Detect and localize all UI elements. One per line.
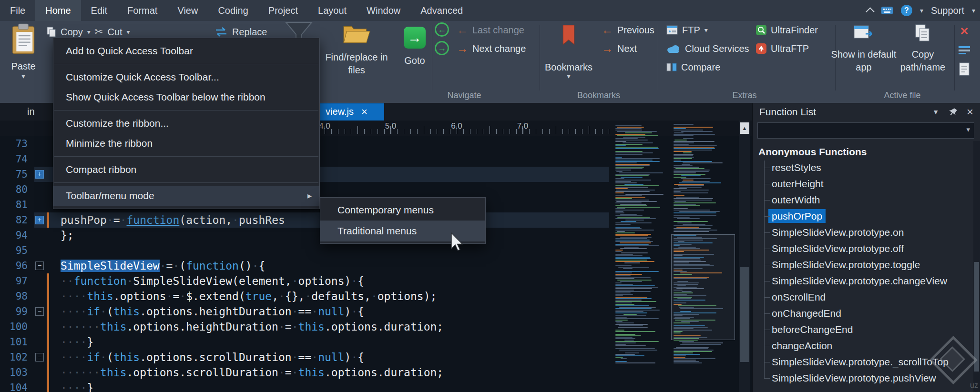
function-list-item[interactable]: onScrollEnd [753,289,980,305]
minimap[interactable] [615,122,735,392]
menubar-item-coding[interactable]: Coding [208,0,258,21]
function-list-item[interactable]: SimpleSlideView.prototype.pushView [753,370,980,386]
code-text[interactable]: ····} [61,334,93,350]
function-list-item[interactable]: resetStyles [753,160,980,176]
tab-partial[interactable]: in [27,103,35,121]
scroll-up-arrow[interactable]: ▲ [740,122,749,134]
caret-down-icon[interactable]: ▾ [972,7,975,14]
menubar-item-advanced[interactable]: Advanced [410,0,473,21]
minimap-line [674,198,713,199]
function-list-item[interactable]: SimpleSlideView.prototype._scrollToTop [753,354,980,370]
prev-change-circle-icon[interactable]: ← [435,22,449,37]
collapse-ribbon-icon[interactable] [866,7,874,16]
minimap-line [674,348,708,349]
context-menu-item[interactable]: Toolbar/menu mode▸ [53,186,319,206]
context-menu-item[interactable]: Minimize the ribbon [53,133,319,153]
ultrafinder-button[interactable]: UltraFinder [756,23,818,37]
next-change-button[interactable]: → Next change [457,41,526,56]
menubar-item-edit[interactable]: Edit [81,0,117,21]
minimap-line [620,214,637,215]
show-in-default-app-button[interactable]: Show in default app [830,22,897,74]
minimap-line [615,230,654,231]
ultraftp-button[interactable]: UltraFTP [756,41,809,56]
function-list-item[interactable]: beforeChangeEnd [753,322,980,338]
compare-button[interactable]: Compare [666,60,720,74]
minimap-line [615,180,651,181]
copy-path-name-button[interactable]: Copy path/name [893,22,952,74]
menubar-item-file[interactable]: File [0,0,35,21]
function-list-scrollbar[interactable] [973,141,980,392]
context-menu-item[interactable]: Add to Quick Access Toolbar [53,41,319,61]
code-text[interactable]: ····if·(this.options.scrollDuration·==·n… [61,350,364,365]
find-replace-in-files-button[interactable]: Find/replace in files [320,21,393,77]
next-change-circle-icon[interactable]: → [435,41,449,55]
code-text[interactable]: SimpleSlideView·=·(function()·{ [61,258,265,273]
minimap-line [615,254,633,255]
code-text[interactable]: ····} [61,380,93,392]
function-list-item[interactable]: SimpleSlideView.prototype.changeView [753,273,980,289]
function-list-item[interactable]: changeAction [753,338,980,354]
code-text[interactable]: ······this.options.heightDuration·=·this… [61,319,443,334]
context-menu-item[interactable]: Show Quick Access Toolbar below the ribb… [53,87,319,107]
scrollbar-thumb[interactable] [740,267,749,362]
submenu-item[interactable]: Contemporary menus [320,200,485,221]
function-filter-combobox[interactable]: ▾ [757,122,974,139]
line-number: 75 [0,167,28,182]
code-text[interactable]: pushPop·=·function(action,·pushRes [61,212,285,228]
list-lines-button[interactable] [957,43,971,57]
code-text[interactable]: ····if·(this.options.heightDuration·==·n… [61,304,364,319]
fold-open-icon[interactable]: − [35,353,44,362]
menubar-item-window[interactable]: Window [357,0,410,21]
cloud-services-button[interactable]: Cloud Services [666,41,749,56]
context-menu-item[interactable]: Compact ribbon [53,160,319,180]
code-text[interactable]: ····this.options·=·$.extend(true,·{},·de… [61,289,437,304]
minimap-line [615,210,644,211]
pin-icon[interactable] [949,108,957,116]
function-list-scrollbar-thumb[interactable] [974,262,979,372]
minimap-line [615,315,646,316]
copy-button[interactable]: Copy ▾ [47,25,91,39]
previous-bookmark-button[interactable]: ← Previous [602,23,654,37]
minimap-line [674,360,696,361]
menubar-item-layout[interactable]: Layout [308,0,357,21]
code-text[interactable]: }; [61,228,74,243]
function-list-item[interactable]: pushOrPop [753,208,980,224]
function-list-item[interactable]: outerWidth [753,192,980,208]
tab-close-icon[interactable]: × [361,107,368,117]
caret-down-icon[interactable]: ▾ [920,7,923,14]
menubar-item-home[interactable]: Home [35,0,81,21]
code-text[interactable]: ··function·SimpleSlideView(element,·opti… [61,273,364,289]
function-list-item[interactable]: SimpleSlideView.prototype.on [753,224,980,241]
replace-button[interactable]: Replace [214,25,267,39]
panel-menu-icon[interactable]: ▼ [932,108,939,116]
cut-button[interactable]: ✂ Cut ▾ [94,25,130,39]
function-list-item[interactable]: outerHeight [753,176,980,192]
function-list-item[interactable]: SimpleSlideView.prototype.off [753,241,980,257]
minimap-viewport[interactable] [671,234,735,340]
support-menu[interactable]: Support [931,5,964,16]
close-panel-icon[interactable]: × [967,106,973,118]
function-list-item[interactable]: onChangedEnd [753,305,980,322]
document-button[interactable] [957,62,971,76]
menubar-item-view[interactable]: View [167,0,208,21]
context-menu-item[interactable]: Customize the ribbon... [53,113,319,133]
fold-open-icon[interactable]: − [35,307,44,316]
function-list-item[interactable]: SimpleSlideView.prototype.toggle [753,257,980,273]
fold-open-icon[interactable]: − [35,261,44,270]
fold-collapsed-icon[interactable]: + [35,170,44,179]
code-text[interactable]: ······this.options.scrollDuration·=·this… [61,365,443,380]
keyboard-icon[interactable] [881,6,893,15]
help-icon[interactable]: ? [901,5,912,16]
context-menu-item[interactable]: Customize Quick Access Toolbar... [53,67,319,87]
goto-button[interactable]: → Goto [399,25,430,67]
menubar-item-format[interactable]: Format [117,0,167,21]
tab-view-js[interactable]: view.js × [309,103,384,121]
menubar-item-project[interactable]: Project [258,0,308,21]
ftp-button[interactable]: FTP ▾ [666,23,708,37]
fold-collapsed-icon[interactable]: + [35,216,44,224]
last-change-button[interactable]: ← Last change [457,23,524,37]
editor-scrollbar[interactable]: ▲ [739,121,750,392]
close-file-button[interactable]: × [957,24,971,38]
next-bookmark-button[interactable]: → Next [602,41,637,56]
menu-separator [54,182,318,183]
